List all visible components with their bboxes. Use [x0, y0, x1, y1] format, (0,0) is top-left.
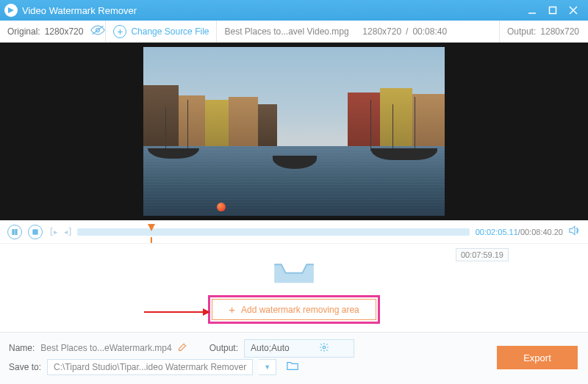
- plus-icon: +: [229, 304, 235, 315]
- output-value: 1280x720: [540, 26, 579, 37]
- playhead-handle[interactable]: [148, 224, 155, 231]
- saveto-label: Save to:: [9, 362, 41, 372]
- mark-in-button[interactable]: [▸: [49, 226, 57, 237]
- change-source-label: Change Source File: [131, 26, 209, 37]
- output-resolution: Output: 1280x720: [500, 21, 588, 42]
- change-source-button[interactable]: + Change Source File: [106, 21, 216, 42]
- minimize-button[interactable]: [522, 3, 542, 18]
- file-resolution: 1280x720: [362, 26, 401, 37]
- rename-button[interactable]: [178, 342, 187, 354]
- original-resolution: Original: 1280x720: [0, 21, 90, 42]
- svg-point-10: [323, 346, 326, 349]
- volume-icon[interactable]: [569, 225, 581, 238]
- svg-rect-6: [12, 229, 14, 235]
- title-bar: Video Watermark Remover: [0, 0, 588, 21]
- output-format-label: Output:: [209, 343, 238, 353]
- original-value: 1280x720: [45, 26, 84, 37]
- current-time: 00:02:05.11: [476, 228, 518, 236]
- total-time: 00:08:40.20: [520, 228, 563, 236]
- svg-rect-7: [15, 229, 17, 235]
- close-button[interactable]: [563, 3, 584, 18]
- add-watermark-area-button[interactable]: + Add watermark removing area: [212, 299, 376, 320]
- output-label: Output:: [507, 26, 536, 37]
- maximize-button[interactable]: [542, 3, 563, 18]
- name-value: Best Places to...eWatermark.mp4: [40, 343, 171, 353]
- tray-icon: [271, 252, 317, 288]
- video-frame[interactable]: [143, 47, 445, 216]
- timecode: 00:02:05.11/00:08:40.20: [476, 228, 563, 236]
- original-label: Original:: [7, 26, 40, 37]
- open-folder-button[interactable]: [287, 361, 298, 373]
- svg-rect-1: [550, 7, 556, 14]
- add-area-label: Add watermark removing area: [241, 305, 359, 315]
- plus-icon: +: [113, 25, 126, 38]
- video-preview-area: [0, 43, 588, 220]
- playback-bar: [▸ ◂] 00:02:05.11/00:08:40.20: [0, 220, 588, 244]
- file-name: Best Places to...avel Video.mpg: [224, 26, 348, 37]
- mark-out-button[interactable]: ◂]: [63, 226, 72, 237]
- timeline-track[interactable]: [77, 228, 469, 236]
- saveto-dropdown[interactable]: ▼: [259, 359, 276, 375]
- export-button[interactable]: Export: [497, 346, 578, 369]
- file-duration: 00:08:40: [412, 26, 447, 37]
- marker-dot-icon: [217, 203, 226, 211]
- preview-toggle-icon[interactable]: [90, 25, 105, 37]
- svg-rect-8: [33, 229, 37, 233]
- add-area-highlight: + Add watermark removing area: [208, 295, 380, 324]
- timestamp-badge: 00:07:59.19: [456, 248, 509, 261]
- stop-button[interactable]: [28, 225, 43, 239]
- app-logo-icon: [4, 4, 18, 17]
- saveto-value: C:\Tipard Studio\Tipar...ideo Watermark …: [54, 362, 246, 372]
- output-format-box[interactable]: Auto;Auto: [244, 339, 354, 358]
- pause-button[interactable]: [7, 225, 22, 239]
- saveto-path[interactable]: C:\Tipard Studio\Tipar...ideo Watermark …: [47, 359, 253, 375]
- name-label: Name:: [9, 343, 35, 353]
- bottom-panel: Name: Best Places to...eWatermark.mp4 Ou…: [0, 332, 588, 384]
- file-info: Best Places to...avel Video.mpg 1280x720…: [217, 21, 498, 42]
- watermark-area-panel: 00:07:59.19 + Add watermark removing are…: [0, 244, 588, 332]
- output-settings-button[interactable]: [319, 342, 329, 355]
- output-format-value: Auto;Auto: [251, 343, 290, 353]
- app-title: Video Watermark Remover: [22, 5, 137, 16]
- annotation-arrow-icon: [144, 307, 210, 319]
- toolbar: Original: 1280x720 + Change Source File …: [0, 21, 588, 43]
